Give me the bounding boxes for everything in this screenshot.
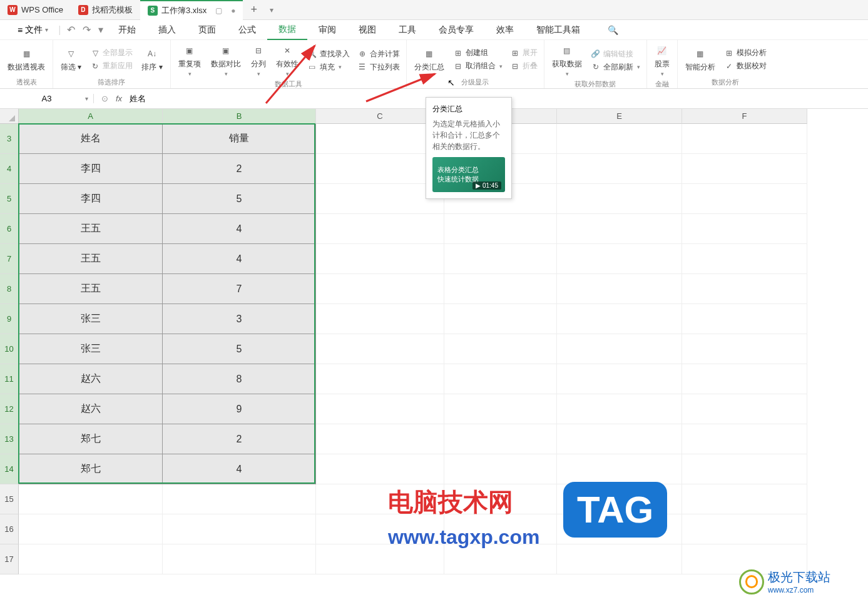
tab-list-icon[interactable]: ▾ [270, 6, 273, 14]
get-data-button[interactable]: ▤获取数据 [549, 43, 585, 78]
cell-E9[interactable] [557, 304, 682, 334]
compare-button[interactable]: ▣数据对比 [208, 43, 243, 78]
cell-E10[interactable] [557, 334, 682, 364]
cell-E4[interactable] [557, 154, 682, 184]
cell-C7[interactable] [316, 244, 444, 274]
pivot-table-button[interactable]: ▦ 数据透视表 [5, 46, 48, 74]
cell-B9[interactable]: 3 [163, 304, 316, 334]
menu-item-3[interactable]: 公式 [227, 20, 267, 40]
cell-A15[interactable] [19, 484, 163, 514]
cell-B3[interactable]: 销量 [163, 124, 316, 154]
col-header-F[interactable]: F [682, 109, 807, 124]
cell-F5[interactable] [682, 184, 807, 214]
row-header-15[interactable]: 15 [0, 484, 19, 514]
cell-A10[interactable]: 张三 [19, 334, 163, 364]
cell-C11[interactable] [316, 364, 444, 394]
tooltip-video-thumb[interactable]: 表格分类汇总 快速统计数据 ▶ 01:45 [432, 157, 505, 192]
tab-close-icon[interactable]: ● [231, 6, 235, 15]
cell-D8[interactable] [444, 274, 557, 304]
row-header-6[interactable]: 6 [0, 214, 19, 244]
row-header-3[interactable]: 3 [0, 124, 19, 154]
cell-B11[interactable]: 8 [163, 364, 316, 394]
reapply-button[interactable]: ↻重新应用 [89, 60, 134, 72]
what-if-button[interactable]: ⊞模拟分析 [723, 47, 768, 59]
cell-B14[interactable]: 4 [163, 454, 316, 484]
select-all-corner[interactable] [0, 109, 19, 124]
cell-C14[interactable] [316, 454, 444, 484]
expand-button[interactable]: ⊞展开 [509, 47, 539, 59]
row-header-17[interactable]: 17 [0, 544, 19, 574]
cell-D7[interactable] [444, 244, 557, 274]
name-box[interactable]: A3 ▾ [0, 94, 94, 103]
row-header-7[interactable]: 7 [0, 244, 19, 274]
cell-B12[interactable]: 9 [163, 394, 316, 424]
cell-B16[interactable] [163, 514, 316, 544]
menu-item-2[interactable]: 页面 [187, 20, 227, 40]
cell-F4[interactable] [682, 154, 807, 184]
cell-A14[interactable]: 郑七 [19, 454, 163, 484]
row-header-11[interactable]: 11 [0, 364, 19, 394]
tab-template[interactable]: D 找稻壳模板 [71, 0, 140, 20]
cell-D17[interactable] [444, 544, 557, 574]
row-header-5[interactable]: 5 [0, 184, 19, 214]
refresh-all-button[interactable]: ↻全部刷新 [590, 61, 641, 73]
cell-C6[interactable] [316, 214, 444, 244]
menu-item-0[interactable]: 开始 [107, 20, 147, 40]
cell-A7[interactable]: 王五 [19, 244, 163, 274]
menu-item-8[interactable]: 会员专享 [427, 20, 485, 40]
cell-D13[interactable] [444, 424, 557, 454]
cell-D11[interactable] [444, 364, 557, 394]
cell-F7[interactable] [682, 244, 807, 274]
row-header-12[interactable]: 12 [0, 394, 19, 424]
duplicates-button[interactable]: ▣重复项 [176, 43, 203, 78]
cell-D10[interactable] [444, 334, 557, 364]
formula-input[interactable]: 姓名 [130, 93, 146, 105]
stock-button[interactable]: 📈股票 [652, 43, 672, 78]
cell-E12[interactable] [557, 394, 682, 424]
cell-D12[interactable] [444, 394, 557, 424]
cell-D6[interactable] [444, 214, 557, 244]
ungroup-button[interactable]: ⊟取消组合 [452, 60, 504, 72]
cell-E14[interactable] [557, 454, 682, 484]
file-menu[interactable]: ≡ 文件 ▾ [10, 24, 56, 36]
filter-button[interactable]: ▽ 筛选 ▾ [58, 46, 84, 74]
cell-A12[interactable]: 赵六 [19, 394, 163, 424]
undo-icon[interactable]: ↶ [63, 24, 79, 36]
save-icon[interactable]: ▾ [94, 24, 107, 36]
cell-C12[interactable] [316, 394, 444, 424]
cell-F14[interactable] [682, 454, 807, 484]
row-header-8[interactable]: 8 [0, 274, 19, 304]
smart-analysis-button[interactable]: ▦智能分析 [683, 46, 718, 74]
tab-wps-office[interactable]: W WPS Office [0, 0, 71, 20]
new-tab-button[interactable]: + [243, 3, 265, 16]
cell-A13[interactable]: 郑七 [19, 424, 163, 454]
cell-C17[interactable] [316, 544, 444, 574]
tab-menu-icon[interactable]: ▢ [215, 6, 222, 15]
cell-E13[interactable] [557, 424, 682, 454]
search-icon[interactable]: ⊙ [101, 94, 108, 103]
menu-item-6[interactable]: 视图 [347, 20, 387, 40]
cell-B10[interactable]: 5 [163, 334, 316, 364]
create-group-button[interactable]: ⊞创建组 [452, 47, 504, 59]
sort-button[interactable]: A↓ 排序 ▾ [139, 46, 165, 74]
fx-icon[interactable]: fx [116, 94, 122, 103]
cell-F6[interactable] [682, 214, 807, 244]
show-all-button[interactable]: ▽全部显示 [89, 47, 134, 59]
merge-calc-button[interactable]: ⊕合并计算 [356, 48, 401, 60]
redo-icon[interactable]: ↷ [79, 24, 94, 36]
cell-F12[interactable] [682, 394, 807, 424]
validate-data-button[interactable]: ✓数据校对 [723, 60, 768, 72]
cell-D14[interactable] [444, 454, 557, 484]
cell-F13[interactable] [682, 424, 807, 454]
row-header-16[interactable]: 16 [0, 514, 19, 544]
cell-E7[interactable] [557, 244, 682, 274]
cell-A8[interactable]: 王五 [19, 274, 163, 304]
cell-E17[interactable] [557, 544, 682, 574]
tab-workbook[interactable]: S 工作簿3.xlsx ▢ ● [140, 0, 243, 20]
row-header-9[interactable]: 9 [0, 304, 19, 334]
menu-item-5[interactable]: 审阅 [307, 20, 347, 40]
cell-C10[interactable] [316, 334, 444, 364]
menu-item-7[interactable]: 工具 [387, 20, 427, 40]
collapse-button[interactable]: ⊟折叠 [509, 60, 539, 72]
cell-E8[interactable] [557, 274, 682, 304]
